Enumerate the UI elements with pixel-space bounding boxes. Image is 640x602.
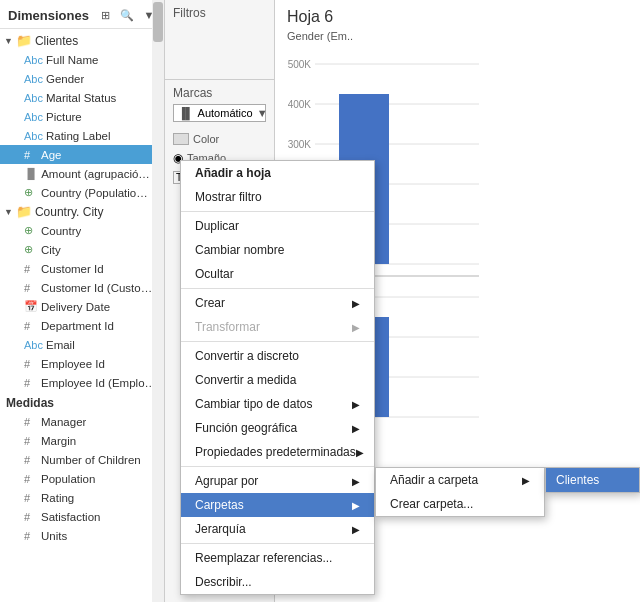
menu-item-show-filter[interactable]: Mostrar filtro [181, 185, 374, 209]
list-item[interactable]: # Satisfaction [0, 507, 164, 526]
item-label: Rating [41, 492, 74, 504]
filtros-label: Filtros [173, 6, 266, 20]
item-label: Country (Populatio… [41, 187, 148, 199]
hash-icon: # [24, 377, 38, 389]
item-label: Manager [41, 416, 86, 428]
country-city-group-label: Country. City [35, 205, 103, 219]
menu-item-convert-discrete[interactable]: Convertir a discreto [181, 344, 374, 368]
search-icon[interactable]: 🔍 [118, 6, 136, 24]
age-item[interactable]: # Age [0, 145, 164, 164]
menu-item-label: Función geográfica [195, 421, 297, 435]
country-city-group-header[interactable]: ▼ 📁 Country. City [0, 202, 164, 221]
menu-item-transform[interactable]: Transformar ▶ [181, 315, 374, 339]
list-item[interactable]: Abc Picture [0, 107, 164, 126]
folder-submenu-item-clientes[interactable]: Clientes [546, 468, 639, 492]
item-label: Margin [41, 435, 76, 447]
clientes-group-label: Clientes [35, 34, 78, 48]
hash-icon: # [24, 149, 38, 161]
encode-color-row: Color [173, 130, 266, 148]
svg-text:300K: 300K [288, 139, 312, 150]
menu-item-duplicate[interactable]: Duplicar [181, 214, 374, 238]
list-item[interactable]: ⊕ City [0, 240, 164, 259]
list-item[interactable]: ⊕ Country (Populatio… [0, 183, 164, 202]
list-item[interactable]: Abc Marital Status [0, 88, 164, 107]
menu-item-create[interactable]: Crear ▶ [181, 291, 374, 315]
carpetas-submenu: Añadir a carpeta ▶ Crear carpeta... [375, 467, 545, 517]
list-item[interactable]: # Number of Children [0, 450, 164, 469]
abc-icon: Abc [24, 130, 43, 142]
menu-item-label: Propiedades predeterminadas [195, 445, 356, 459]
country-city-chevron: ▼ [4, 207, 13, 217]
list-item[interactable]: # Manager [0, 412, 164, 431]
dropdown-arrow-icon: ▼ [257, 107, 268, 119]
left-panel: Dimensiones ⊞ 🔍 ▼ ▼ 📁 Clientes Abc Full … [0, 0, 165, 602]
globe-icon: ⊕ [24, 224, 38, 237]
menu-item-group-by[interactable]: Agrupar por ▶ [181, 469, 374, 493]
menu-separator [181, 288, 374, 289]
list-item[interactable]: # Employee Id (Emplo… [0, 373, 164, 392]
menu-item-hide[interactable]: Ocultar [181, 262, 374, 286]
item-label: Full Name [46, 54, 98, 66]
list-item[interactable]: # Rating [0, 488, 164, 507]
menu-item-geographic-function[interactable]: Función geográfica ▶ [181, 416, 374, 440]
list-item[interactable]: 📅 Delivery Date [0, 297, 164, 316]
menu-item-label: Cambiar tipo de datos [195, 397, 312, 411]
list-item[interactable]: # Department Id [0, 316, 164, 335]
list-item[interactable]: # Units [0, 526, 164, 545]
submenu-item-label: Añadir a carpeta [390, 473, 478, 487]
item-label: Population [41, 473, 95, 485]
item-label: Department Id [41, 320, 114, 332]
menu-item-default-properties[interactable]: Propiedades predeterminadas ▶ [181, 440, 374, 464]
list-item[interactable]: # Customer Id [0, 259, 164, 278]
clientes-group-header[interactable]: ▼ 📁 Clientes [0, 31, 164, 50]
panel-header: Dimensiones ⊞ 🔍 ▼ [0, 0, 164, 29]
menu-separator [181, 543, 374, 544]
menu-item-label: Reemplazar referencias... [195, 551, 332, 565]
menu-item-rename[interactable]: Cambiar nombre [181, 238, 374, 262]
list-item[interactable]: Abc Rating Label [0, 126, 164, 145]
folder-name-label: Clientes [556, 473, 599, 487]
menu-item-replace-references[interactable]: Reemplazar referencias... [181, 546, 374, 570]
menu-item-hierarchy[interactable]: Jerarquía ▶ [181, 517, 374, 541]
menu-item-describe[interactable]: Describir... [181, 570, 374, 594]
abc-icon: Abc [24, 111, 43, 123]
submenu-arrow-icon: ▶ [352, 423, 360, 434]
hash-icon: # [24, 530, 38, 542]
medidas-section-header: Medidas [0, 392, 164, 412]
scrollbar-thumb[interactable] [153, 2, 163, 42]
submenu-item-create-folder[interactable]: Crear carpeta... [376, 492, 544, 516]
grid-view-icon[interactable]: ⊞ [96, 6, 114, 24]
list-item[interactable]: # Margin [0, 431, 164, 450]
item-label: Rating Label [46, 130, 111, 142]
item-label: City [41, 244, 61, 256]
menu-item-label: Añadir a hoja [195, 166, 271, 180]
menu-item-label: Convertir a discreto [195, 349, 299, 363]
scrollbar[interactable] [152, 0, 164, 602]
chart-subtitle: Gender (Em.. [275, 30, 640, 46]
item-label: Picture [46, 111, 82, 123]
menu-item-label: Duplicar [195, 219, 239, 233]
clientes-folder-icon: 📁 [16, 33, 32, 48]
bar-chart-icon: ▐▌ [178, 107, 194, 119]
menu-item-change-data-type[interactable]: Cambiar tipo de datos ▶ [181, 392, 374, 416]
list-item[interactable]: # Population [0, 469, 164, 488]
list-item[interactable]: Abc Gender [0, 69, 164, 88]
hash-icon: # [24, 492, 38, 504]
list-item[interactable]: # Employee Id [0, 354, 164, 373]
menu-item-folders[interactable]: Carpetas ▶ [181, 493, 374, 517]
menu-item-add-to-sheet[interactable]: Añadir a hoja [181, 161, 374, 185]
list-item[interactable]: ⊕ Country [0, 221, 164, 240]
menu-item-label: Ocultar [195, 267, 234, 281]
submenu-item-add-to-folder[interactable]: Añadir a carpeta ▶ [376, 468, 544, 492]
hash-icon: # [24, 416, 38, 428]
context-menu: Añadir a hoja Mostrar filtro Duplicar Ca… [180, 160, 375, 595]
submenu-arrow-icon: ▶ [352, 476, 360, 487]
menu-item-convert-measure[interactable]: Convertir a medida [181, 368, 374, 392]
list-item[interactable]: Abc Email [0, 335, 164, 354]
marks-dropdown[interactable]: ▐▌ Automático ▼ [173, 104, 266, 122]
list-item[interactable]: ▐▌ Amount (agrupació… [0, 164, 164, 183]
list-item[interactable]: Abc Full Name [0, 50, 164, 69]
submenu-arrow-icon: ▶ [352, 298, 360, 309]
list-item[interactable]: # Customer Id (Custo… [0, 278, 164, 297]
hash-icon: # [24, 511, 38, 523]
